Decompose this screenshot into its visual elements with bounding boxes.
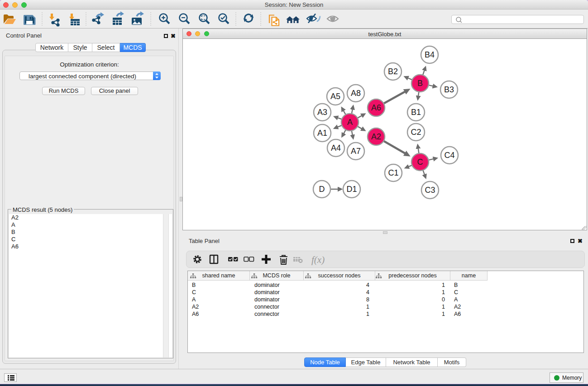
- svg-text:B1: B1: [411, 108, 421, 117]
- svg-text:C4: C4: [444, 151, 454, 160]
- svg-text:B4: B4: [425, 50, 435, 59]
- svg-text:A7: A7: [351, 147, 361, 156]
- svg-text:B3: B3: [444, 85, 454, 94]
- svg-text:f(x): f(x): [311, 254, 325, 265]
- svg-text:A3: A3: [317, 108, 327, 117]
- svg-text:A4: A4: [331, 143, 341, 152]
- svg-text:D: D: [319, 185, 325, 194]
- svg-text:C: C: [417, 157, 423, 167]
- svg-text:A8: A8: [351, 89, 361, 98]
- svg-text:D1: D1: [346, 185, 357, 194]
- svg-text:A: A: [347, 118, 353, 127]
- svg-text:C2: C2: [411, 128, 421, 137]
- svg-text:C1: C1: [388, 168, 398, 177]
- svg-text:B: B: [417, 79, 423, 88]
- svg-text:A6: A6: [371, 103, 381, 112]
- svg-text:B2: B2: [388, 67, 398, 76]
- svg-text:C3: C3: [425, 186, 435, 195]
- svg-text:A5: A5: [330, 92, 340, 101]
- svg-text:A2: A2: [371, 132, 381, 141]
- svg-text:A1: A1: [317, 129, 327, 138]
